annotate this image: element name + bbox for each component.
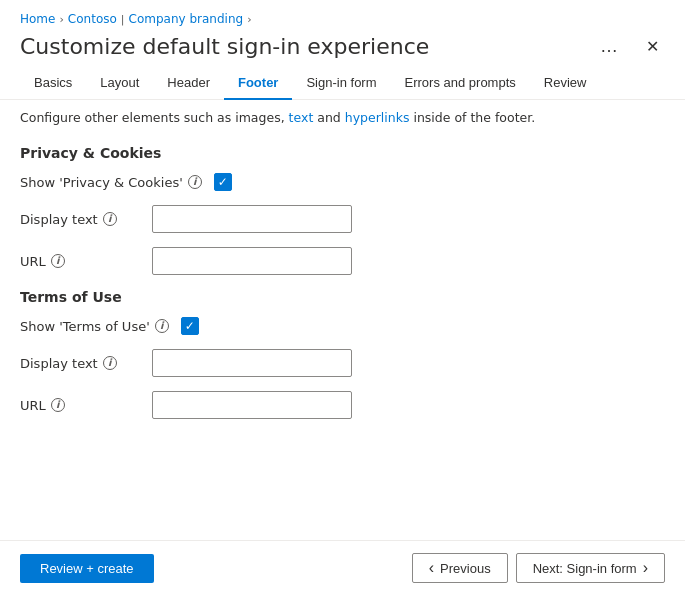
previous-label: Previous <box>440 561 491 576</box>
terms-display-text-info-icon: i <box>103 356 117 370</box>
privacy-display-text-row: Display text i <box>20 205 665 233</box>
privacy-display-text-label: Display text i <box>20 212 140 227</box>
info-bar: Configure other elements such as images,… <box>0 100 685 129</box>
tab-errors-prompts[interactable]: Errors and prompts <box>391 67 530 100</box>
privacy-display-text-label-text: Display text <box>20 212 98 227</box>
nav-buttons: Previous Next: Sign-in form <box>412 553 665 583</box>
privacy-url-info-icon: i <box>51 254 65 268</box>
close-button[interactable]: ✕ <box>640 35 665 58</box>
privacy-url-row: URL i <box>20 247 665 275</box>
terms-display-text-input[interactable] <box>152 349 352 377</box>
privacy-display-text-info-icon: i <box>103 212 117 226</box>
breadcrumb-company-branding[interactable]: Company branding <box>129 12 244 26</box>
privacy-url-label-text: URL <box>20 254 46 269</box>
header-actions: … ✕ <box>594 34 665 59</box>
privacy-display-text-input[interactable] <box>152 205 352 233</box>
section-title-privacy: Privacy & Cookies <box>20 145 665 161</box>
show-terms-checkbox[interactable] <box>181 317 199 335</box>
tab-header[interactable]: Header <box>153 67 224 100</box>
next-label: Next: Sign-in form <box>533 561 637 576</box>
previous-button[interactable]: Previous <box>412 553 508 583</box>
show-terms-label-text: Show 'Terms of Use' <box>20 319 150 334</box>
show-terms-info-icon: i <box>155 319 169 333</box>
terms-display-text-label-text: Display text <box>20 356 98 371</box>
show-terms-label: Show 'Terms of Use' i <box>20 319 169 334</box>
terms-url-label-text: URL <box>20 398 46 413</box>
show-privacy-checkbox-wrapper[interactable] <box>214 173 232 191</box>
next-button[interactable]: Next: Sign-in form <box>516 553 665 583</box>
info-text-middle: and <box>313 110 344 125</box>
breadcrumb: Home › Contoso | Company branding › <box>0 0 685 30</box>
section-title-terms: Terms of Use <box>20 289 665 305</box>
terms-url-row: URL i <box>20 391 665 419</box>
tab-bar: Basics Layout Header Footer Sign-in form… <box>0 67 685 100</box>
breadcrumb-home[interactable]: Home <box>20 12 55 26</box>
breadcrumb-sep-3: › <box>247 13 251 26</box>
page-header: Customize default sign-in experience … ✕ <box>0 30 685 67</box>
info-text-after: inside of the footer. <box>409 110 535 125</box>
terms-url-label: URL i <box>20 398 140 413</box>
breadcrumb-contoso[interactable]: Contoso <box>68 12 117 26</box>
info-link-hyperlinks[interactable]: hyperlinks <box>345 110 410 125</box>
ellipsis-button[interactable]: … <box>594 34 624 59</box>
main-container: Home › Contoso | Company branding › Cust… <box>0 0 685 595</box>
terms-display-text-label: Display text i <box>20 356 140 371</box>
tab-layout[interactable]: Layout <box>86 67 153 100</box>
terms-url-input[interactable] <box>152 391 352 419</box>
show-terms-checkbox-wrapper[interactable] <box>181 317 199 335</box>
show-privacy-info-icon: i <box>188 175 202 189</box>
info-link-text[interactable]: text <box>289 110 314 125</box>
show-privacy-label: Show 'Privacy & Cookies' i <box>20 175 202 190</box>
previous-arrow-icon <box>429 560 434 576</box>
tab-signin-form[interactable]: Sign-in form <box>292 67 390 100</box>
info-text-before: Configure other elements such as images, <box>20 110 289 125</box>
next-arrow-icon <box>643 560 648 576</box>
privacy-url-input[interactable] <box>152 247 352 275</box>
breadcrumb-sep-2: | <box>121 13 125 26</box>
tab-basics[interactable]: Basics <box>20 67 86 100</box>
terms-display-text-row: Display text i <box>20 349 665 377</box>
show-privacy-checkbox[interactable] <box>214 173 232 191</box>
tab-footer[interactable]: Footer <box>224 67 292 100</box>
show-privacy-row: Show 'Privacy & Cookies' i <box>20 173 665 191</box>
show-privacy-label-text: Show 'Privacy & Cookies' <box>20 175 183 190</box>
action-footer: Review + create Previous Next: Sign-in f… <box>0 540 685 595</box>
review-create-button[interactable]: Review + create <box>20 554 154 583</box>
breadcrumb-sep-1: › <box>59 13 63 26</box>
content-area: Privacy & Cookies Show 'Privacy & Cookie… <box>0 129 685 540</box>
page-title: Customize default sign-in experience <box>20 34 594 59</box>
privacy-url-label: URL i <box>20 254 140 269</box>
show-terms-row: Show 'Terms of Use' i <box>20 317 665 335</box>
terms-url-info-icon: i <box>51 398 65 412</box>
tab-review[interactable]: Review <box>530 67 601 100</box>
